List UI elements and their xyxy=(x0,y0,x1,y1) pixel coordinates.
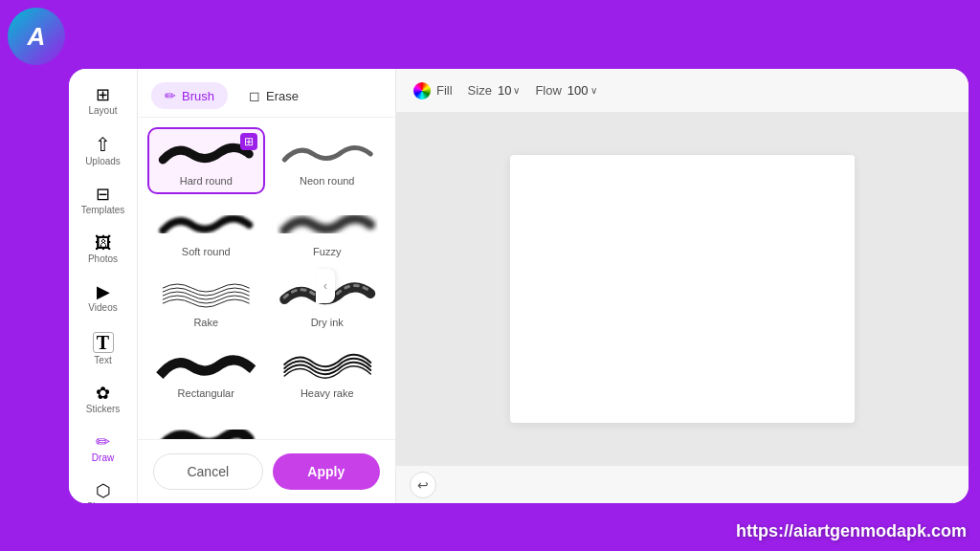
soft-edge-preview xyxy=(155,420,257,439)
brush-panel: ✏ Brush ◻ Erase Hard round Neon rou xyxy=(138,69,396,503)
soft-round-preview xyxy=(155,208,257,242)
logo-letter: A xyxy=(28,22,46,52)
sidebar-item-videos[interactable]: ▶ Videos xyxy=(75,276,132,320)
sidebar-label-templates: Templates xyxy=(81,205,125,215)
chevron-left-icon: ‹ xyxy=(323,279,327,293)
size-dropdown[interactable]: 10 ∨ xyxy=(498,83,520,98)
hard-round-preview xyxy=(155,137,257,171)
canvas-toolbar: Fill Size 10 ∨ Flow 100 ∨ xyxy=(396,69,969,113)
sidebar: ⊞ Layout ⇧ Uploads ⊟ Templates 🖼 Photos … xyxy=(69,69,138,503)
stickers-icon: ✿ xyxy=(96,385,110,402)
brush-actions: Cancel Apply xyxy=(138,439,395,503)
sidebar-item-draw[interactable]: ✏ Draw xyxy=(75,426,132,471)
sidebar-label-text: Text xyxy=(94,355,111,365)
rectangular-label: Rectangular xyxy=(178,387,234,399)
sidebar-item-photos[interactable]: 🖼 Photos xyxy=(75,227,132,272)
size-label: Size xyxy=(468,83,492,98)
brush-soft-edge[interactable]: Soft edge xyxy=(147,410,265,439)
flow-chevron-icon: ∨ xyxy=(590,85,597,96)
brush-neon-round[interactable]: Neon round xyxy=(269,127,387,194)
fuzzy-label: Fuzzy xyxy=(313,246,341,257)
fill-control[interactable]: Fill xyxy=(413,82,453,99)
hard-round-label: Hard round xyxy=(180,175,233,187)
sidebar-item-stickers[interactable]: ✿ Stickers xyxy=(75,377,132,422)
sidebar-label-layout: Layout xyxy=(88,105,117,116)
uploads-icon: ⇧ xyxy=(95,135,111,154)
size-chevron-icon: ∨ xyxy=(513,85,520,96)
sidebar-label-uploads: Uploads xyxy=(85,156,121,166)
templates-icon: ⊟ xyxy=(96,186,110,203)
brush-heavy-rake[interactable]: Heavy rake xyxy=(269,340,387,407)
rake-label: Rake xyxy=(193,317,218,328)
logo: A xyxy=(8,8,73,73)
apply-button[interactable]: Apply xyxy=(273,453,381,490)
brush-tabs: ✏ Brush ◻ Erase xyxy=(138,69,395,118)
tab-erase[interactable]: ◻ Erase xyxy=(235,82,312,109)
fuzzy-preview xyxy=(277,208,379,242)
logo-icon: A xyxy=(8,8,65,65)
soft-round-label: Soft round xyxy=(182,246,231,257)
sidebar-item-layout[interactable]: ⊞ Layout xyxy=(75,78,132,123)
neon-round-preview xyxy=(277,137,379,171)
neon-round-label: Neon round xyxy=(300,175,355,187)
heavy-rake-preview xyxy=(277,349,379,384)
brush-rectangular[interactable]: Rectangular xyxy=(147,340,265,407)
flow-value: 100 xyxy=(568,83,589,98)
brush-hard-round[interactable]: Hard round xyxy=(147,127,265,194)
canvas-bottom-bar: ↩ xyxy=(396,465,969,503)
sidebar-label-stickers: Stickers xyxy=(86,404,121,414)
heavy-rake-label: Heavy rake xyxy=(301,387,354,399)
flow-control: Flow 100 ∨ xyxy=(535,83,596,98)
videos-icon: ▶ xyxy=(97,283,110,300)
photos-icon: 🖼 xyxy=(95,234,112,252)
undo-button[interactable]: ↩ xyxy=(410,472,436,498)
sidebar-label-draw: Draw xyxy=(92,452,114,463)
canvas-area: Fill Size 10 ∨ Flow 100 ∨ ↩ xyxy=(396,69,969,503)
brush-grid: Hard round Neon round xyxy=(138,118,395,439)
undo-icon: ↩ xyxy=(417,477,429,493)
erase-tab-label: Erase xyxy=(266,89,299,103)
rake-preview xyxy=(155,278,257,313)
shapes-icon: ⬡ xyxy=(96,482,111,499)
sidebar-item-text[interactable]: T Text xyxy=(75,324,132,373)
canvas-white[interactable] xyxy=(510,155,855,423)
sidebar-label-shapes: Shapes xyxy=(87,501,120,503)
draw-icon: ✏ xyxy=(96,433,110,451)
sidebar-label-videos: Videos xyxy=(88,302,117,313)
size-value: 10 xyxy=(498,83,511,98)
layout-icon: ⊞ xyxy=(96,86,110,103)
brush-tab-icon: ✏ xyxy=(165,88,176,103)
sidebar-item-uploads[interactable]: ⇧ Uploads xyxy=(75,127,132,174)
size-control: Size 10 ∨ xyxy=(468,83,521,98)
fill-icon xyxy=(413,82,431,99)
sidebar-item-templates[interactable]: ⊟ Templates xyxy=(75,178,132,223)
sidebar-item-shapes[interactable]: ⬡ Shapes xyxy=(75,474,132,503)
sidebar-label-photos: Photos xyxy=(88,253,118,264)
brush-fuzzy[interactable]: Fuzzy xyxy=(269,198,387,265)
rectangular-preview xyxy=(155,349,257,384)
brush-tab-label: Brush xyxy=(182,89,214,103)
collapse-panel-button[interactable]: ‹ xyxy=(316,269,335,303)
fill-label: Fill xyxy=(436,83,453,98)
watermark: https://aiartgenmodapk.com xyxy=(736,521,967,541)
text-icon: T xyxy=(93,332,114,353)
brush-rake[interactable]: Rake xyxy=(147,269,265,336)
tab-brush[interactable]: ✏ Brush xyxy=(151,82,228,109)
cancel-button[interactable]: Cancel xyxy=(153,453,263,490)
app-container: ⊞ Layout ⇧ Uploads ⊟ Templates 🖼 Photos … xyxy=(69,69,969,503)
dry-ink-label: Dry ink xyxy=(311,317,344,328)
brush-soft-round[interactable]: Soft round xyxy=(147,198,265,265)
flow-dropdown[interactable]: 100 ∨ xyxy=(568,83,597,98)
canvas-surface[interactable] xyxy=(396,113,969,465)
erase-tab-icon: ◻ xyxy=(249,88,260,103)
flow-label: Flow xyxy=(535,83,561,98)
